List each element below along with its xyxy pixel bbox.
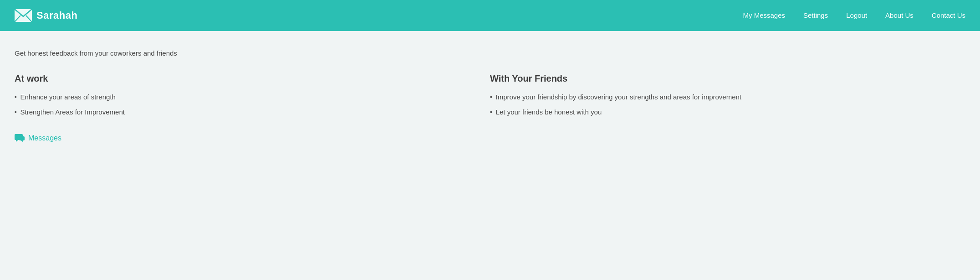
about-us-link[interactable]: About Us [885,11,914,19]
at-work-title: At work [15,73,490,84]
at-work-list: Enhance your areas of strength Strengthe… [15,93,490,116]
nav-menu: My Messages Settings Logout About Us Con… [743,11,965,20]
nav-item-about-us[interactable]: About Us [885,11,914,20]
svg-marker-4 [16,140,18,142]
navbar: Sarahah My Messages Settings Logout Abou… [0,0,980,31]
nav-item-logout[interactable]: Logout [846,11,867,20]
nav-item-contact-us[interactable]: Contact Us [932,11,965,20]
brand-link[interactable]: Sarahah [15,9,77,22]
svg-marker-6 [21,140,23,142]
svg-rect-5 [19,136,25,140]
list-item: Let your friends be honest with you [490,108,965,116]
my-messages-link[interactable]: My Messages [743,11,785,19]
friends-column: With Your Friends Improve your friendshi… [490,73,965,142]
tagline: Get honest feedback from your coworkers … [15,49,965,57]
friends-title: With Your Friends [490,73,965,84]
list-item: Improve your friendship by discovering y… [490,93,965,101]
messages-link[interactable]: Messages [15,134,490,142]
at-work-column: At work Enhance your areas of strength S… [15,73,490,142]
columns-container: At work Enhance your areas of strength S… [15,73,965,142]
nav-item-settings[interactable]: Settings [803,11,828,20]
contact-us-link[interactable]: Contact Us [932,11,965,19]
main-content: Get honest feedback from your coworkers … [0,31,980,157]
envelope-icon [15,9,32,22]
nav-item-my-messages[interactable]: My Messages [743,11,785,20]
list-item: Enhance your areas of strength [15,93,490,101]
list-item: Strengthen Areas for Improvement [15,108,490,116]
logout-link[interactable]: Logout [846,11,867,19]
brand-name: Sarahah [36,10,77,21]
messages-link-label: Messages [28,134,61,142]
settings-link[interactable]: Settings [803,11,828,19]
friends-list: Improve your friendship by discovering y… [490,93,965,116]
messages-icon [15,134,25,142]
